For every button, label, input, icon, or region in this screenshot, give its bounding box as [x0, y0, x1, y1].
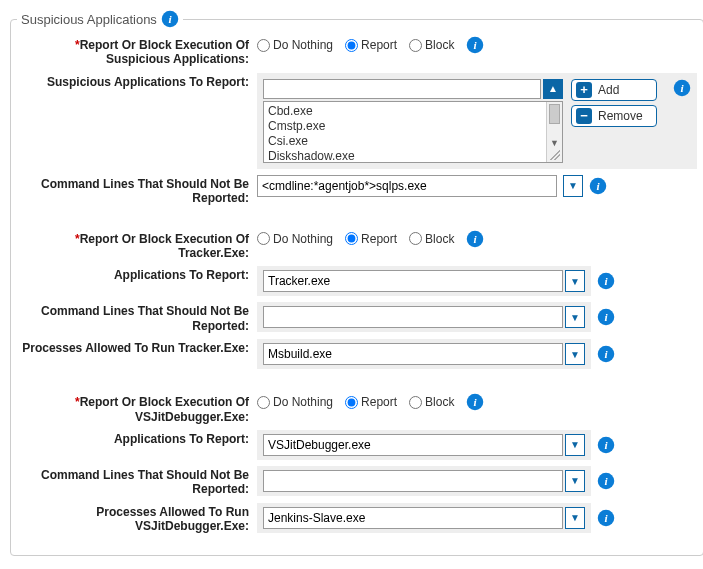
- susp-listbox[interactable]: Cbd.exe Cmstp.exe Csi.exe Diskshadow.exe…: [263, 101, 563, 163]
- label-susp-cmdlines: Command Lines That Should Not BeReported…: [17, 175, 257, 206]
- resize-grip-icon[interactable]: [550, 150, 560, 160]
- tracker-cmdlines-input[interactable]: [263, 306, 563, 328]
- dropdown-icon[interactable]: ▼: [565, 470, 585, 492]
- info-icon[interactable]: i: [161, 10, 179, 28]
- label-susp-exec: *Report Or Block Execution Of Suspicious…: [17, 36, 257, 67]
- list-item[interactable]: Diskshadow.exe: [268, 149, 558, 163]
- suspicious-applications-fieldset: Suspicious Applications i *Report Or Blo…: [10, 10, 703, 556]
- label-tracker-exec: *Report Or Block Execution OfTracker.Exe…: [17, 230, 257, 261]
- info-icon[interactable]: i: [466, 393, 484, 411]
- label-tracker-allowed: Processes Allowed To Run Tracker.Exe:: [17, 339, 257, 355]
- list-item[interactable]: Cbd.exe: [268, 104, 558, 119]
- remove-button[interactable]: −Remove: [571, 105, 657, 127]
- dropdown-icon[interactable]: ▼: [565, 306, 585, 328]
- label-vsjit-cmdlines: Command Lines That Should Not BeReported…: [17, 466, 257, 497]
- list-item[interactable]: Cmstp.exe: [268, 119, 558, 134]
- radio-susp-report[interactable]: Report: [345, 38, 397, 52]
- info-icon[interactable]: i: [597, 436, 615, 454]
- label-vsjit-exec: *Report Or Block Execution OfVSJitDebugg…: [17, 393, 257, 424]
- list-item[interactable]: Csi.exe: [268, 134, 558, 149]
- info-icon[interactable]: i: [466, 36, 484, 54]
- vsjit-apps-input[interactable]: [263, 434, 563, 456]
- plus-icon: +: [576, 82, 592, 98]
- info-icon[interactable]: i: [466, 230, 484, 248]
- susp-cmdlines-input[interactable]: [257, 175, 557, 197]
- info-icon[interactable]: i: [673, 79, 691, 97]
- label-susp-list: Suspicious Applications To Report:: [17, 73, 257, 89]
- label-vsjit-apps: Applications To Report:: [17, 430, 257, 446]
- radio-susp-donothing[interactable]: Do Nothing: [257, 38, 333, 52]
- vsjit-allowed-input[interactable]: [263, 507, 563, 529]
- radio-tracker-donothing[interactable]: Do Nothing: [257, 232, 333, 246]
- add-button[interactable]: +Add: [571, 79, 657, 101]
- minus-icon: −: [576, 108, 592, 124]
- radio-tracker-report[interactable]: Report: [345, 232, 397, 246]
- fieldset-legend: Suspicious Applications i: [17, 10, 183, 28]
- dropdown-icon[interactable]: ▼: [565, 434, 585, 456]
- dropdown-icon[interactable]: ▼: [563, 175, 583, 197]
- tracker-apps-input[interactable]: [263, 270, 563, 292]
- radio-vsjit-block[interactable]: Block: [409, 395, 454, 409]
- susp-entry-input[interactable]: [263, 79, 541, 99]
- label-vsjit-allowed: Processes Allowed To RunVSJitDebugger.Ex…: [17, 503, 257, 534]
- susp-list-panel: ▲ Cbd.exe Cmstp.exe Csi.exe Diskshadow.e…: [257, 73, 697, 169]
- tracker-allowed-input[interactable]: [263, 343, 563, 365]
- dropdown-icon[interactable]: ▼: [565, 270, 585, 292]
- label-tracker-apps: Applications To Report:: [17, 266, 257, 282]
- dropdown-icon[interactable]: ▼: [565, 343, 585, 365]
- info-icon[interactable]: i: [597, 272, 615, 290]
- info-icon[interactable]: i: [597, 345, 615, 363]
- info-icon[interactable]: i: [597, 509, 615, 527]
- label-tracker-cmdlines: Command Lines That Should Not BeReported…: [17, 302, 257, 333]
- radio-vsjit-donothing[interactable]: Do Nothing: [257, 395, 333, 409]
- radio-tracker-block[interactable]: Block: [409, 232, 454, 246]
- radio-susp-block[interactable]: Block: [409, 38, 454, 52]
- info-icon[interactable]: i: [597, 308, 615, 326]
- info-icon[interactable]: i: [597, 472, 615, 490]
- info-icon[interactable]: i: [589, 177, 607, 195]
- vsjit-cmdlines-input[interactable]: [263, 470, 563, 492]
- dropdown-icon[interactable]: ▼: [565, 507, 585, 529]
- collapse-up-icon[interactable]: ▲: [543, 79, 563, 99]
- legend-text: Suspicious Applications: [21, 12, 157, 27]
- radio-vsjit-report[interactable]: Report: [345, 395, 397, 409]
